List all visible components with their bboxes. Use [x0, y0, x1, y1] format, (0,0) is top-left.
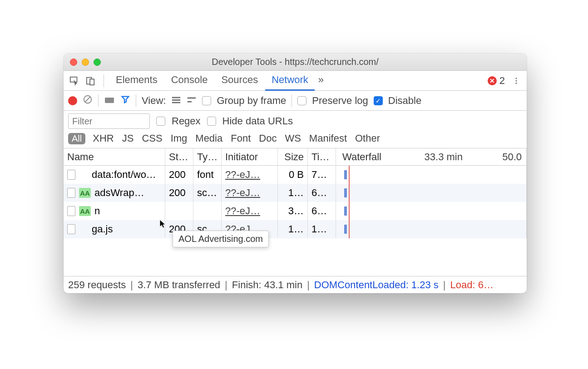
cell-type: font	[193, 166, 222, 184]
ad-badge: AA	[79, 188, 91, 198]
cell-name-text: ga.js	[92, 223, 113, 235]
cell-name-text: n	[94, 205, 100, 217]
regex-checkbox[interactable]	[156, 117, 165, 126]
titlebar: Developer Tools - https://techcrunch.com…	[64, 54, 527, 71]
type-ws[interactable]: WS	[284, 133, 301, 144]
devtools-window: Developer Tools - https://techcrunch.com…	[64, 54, 527, 293]
grid-header: Name St… Ty… Initiator Size Ti… Waterfal…	[64, 148, 527, 166]
table-row[interactable]: AAadsWrap…200sc…??-eJ…1…6…	[64, 184, 527, 202]
cell-size: 0 B	[278, 166, 308, 184]
clear-icon[interactable]	[83, 94, 93, 107]
type-xhr[interactable]: XHR	[92, 133, 114, 144]
hide-data-urls-label: Hide data URLs	[222, 115, 293, 127]
disable-cache-label: Disable	[388, 95, 421, 107]
filter-row: Regex Hide data URLs	[64, 111, 527, 131]
col-type[interactable]: Ty…	[193, 148, 222, 165]
error-count: 2	[499, 75, 505, 87]
file-icon	[67, 170, 75, 180]
type-css[interactable]: CSS	[141, 133, 163, 144]
inspect-element-icon[interactable]	[66, 73, 82, 89]
col-waterfall[interactable]: Waterfall 33.3 min 50.0	[336, 148, 527, 165]
capture-screenshots-icon[interactable]	[104, 95, 115, 107]
waterfall-bar	[344, 225, 347, 234]
table-row[interactable]: ga.js200sc…??-eJ…1…1…	[64, 220, 527, 238]
cell-waterfall	[336, 184, 527, 202]
col-initiator[interactable]: Initiator	[222, 148, 278, 165]
type-other[interactable]: Other	[354, 133, 381, 144]
table-row[interactable]: data:font/wo…200font??-eJ…0 B7…	[64, 166, 527, 184]
cell-time: 1…	[308, 220, 336, 238]
cell-name: ga.js	[64, 220, 165, 238]
cell-name-text: data:font/wo…	[92, 169, 156, 181]
cell-name: AAadsWrap…	[64, 184, 165, 202]
type-all[interactable]: All	[68, 133, 85, 144]
zoom-window-button[interactable]	[94, 59, 101, 66]
cell-initiator[interactable]: ??-eJ…	[222, 184, 278, 202]
close-window-button[interactable]	[70, 59, 77, 66]
cell-status	[165, 202, 193, 220]
tabs-overflow[interactable]: »	[316, 71, 326, 91]
overview-icon[interactable]	[187, 95, 197, 107]
initiator-link[interactable]: ??-eJ…	[225, 169, 260, 181]
col-name[interactable]: Name	[64, 148, 165, 165]
cell-name: AAn	[64, 202, 165, 220]
file-icon	[67, 224, 75, 234]
minimize-window-button[interactable]	[82, 59, 89, 66]
type-doc[interactable]: Doc	[258, 133, 277, 144]
svg-point-4	[516, 80, 517, 81]
cell-waterfall	[336, 220, 527, 238]
disable-cache-checkbox[interactable]: ✓	[374, 96, 383, 105]
status-load: Load: 6…	[450, 279, 494, 291]
tooltip: AOL Advertising.com	[173, 231, 269, 247]
tab-sources[interactable]: Sources	[215, 71, 264, 91]
col-time[interactable]: Ti…	[308, 148, 336, 165]
status-domcontentloaded: DOMContentLoaded: 1.23 s	[314, 279, 439, 291]
waterfall-load-line	[349, 184, 350, 202]
cell-initiator[interactable]: ??-eJ…	[222, 202, 278, 220]
col-size[interactable]: Size	[278, 148, 308, 165]
svg-rect-10	[172, 99, 180, 101]
type-font[interactable]: Font	[230, 133, 252, 144]
kebab-menu-icon[interactable]	[509, 73, 524, 89]
waterfall-load-line	[349, 220, 350, 238]
table-row[interactable]: AAn??-eJ…3…6…	[64, 202, 527, 220]
cell-status: 200	[165, 166, 193, 184]
svg-point-3	[516, 78, 517, 79]
tab-network[interactable]: Network	[265, 71, 315, 91]
cell-waterfall	[336, 202, 527, 220]
filter-input[interactable]	[68, 113, 150, 129]
waterfall-load-line	[349, 166, 350, 184]
cell-time: 7…	[308, 166, 336, 184]
svg-rect-13	[188, 101, 192, 102]
status-requests: 259 requests	[68, 279, 126, 291]
type-manifest[interactable]: Manifest	[308, 133, 348, 144]
preserve-log-checkbox[interactable]	[297, 96, 306, 105]
group-by-frame-checkbox[interactable]	[202, 96, 211, 105]
waterfall-bar	[344, 207, 347, 216]
col-status[interactable]: St…	[165, 148, 193, 165]
error-badge[interactable]: ✕ 2	[488, 75, 505, 87]
record-button[interactable]	[68, 96, 77, 105]
waterfall-bar	[344, 188, 347, 197]
cell-time: 6…	[308, 202, 336, 220]
preserve-log-label: Preserve log	[312, 95, 368, 107]
cell-name-text: adsWrap…	[94, 187, 144, 199]
tab-elements[interactable]: Elements	[109, 71, 164, 91]
large-rows-icon[interactable]	[171, 95, 181, 107]
cell-initiator[interactable]: ??-eJ…	[222, 166, 278, 184]
cell-status: 200	[165, 184, 193, 202]
type-js[interactable]: JS	[121, 133, 135, 144]
filter-icon[interactable]	[120, 94, 130, 107]
svg-rect-9	[172, 97, 180, 98]
tab-console[interactable]: Console	[165, 71, 214, 91]
device-toolbar-icon[interactable]	[83, 73, 98, 89]
svg-line-7	[85, 97, 90, 102]
hide-data-urls-checkbox[interactable]	[207, 117, 216, 126]
devtools-tabs: Elements Console Sources Network » ✕ 2	[64, 71, 527, 91]
type-media[interactable]: Media	[194, 133, 223, 144]
type-img[interactable]: Img	[170, 133, 188, 144]
initiator-link[interactable]: ??-eJ…	[225, 205, 260, 217]
ad-badge: AA	[79, 206, 91, 216]
cell-type: sc…	[193, 184, 222, 202]
initiator-link[interactable]: ??-eJ…	[225, 187, 260, 199]
